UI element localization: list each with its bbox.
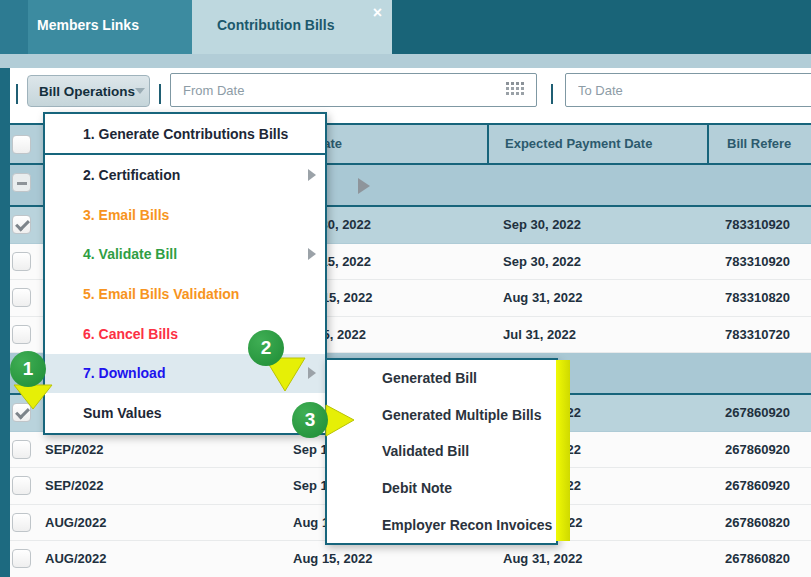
- cell-bill-date: Aug 15, 2022: [260, 541, 487, 577]
- tab-bar-corner: [0, 0, 28, 54]
- menu-item-label: 6. Cancel Bills: [83, 326, 178, 342]
- left-edge-panel: [0, 68, 10, 577]
- submenu-item-employer-recon-invoices[interactable]: Employer Recon Invoices: [327, 506, 556, 543]
- annotation-badge-1: 1: [10, 351, 46, 387]
- cell-bill-reference: 267860920: [707, 468, 811, 504]
- annotation-arrow-3-icon: [325, 404, 355, 437]
- cell-bill-month: AUG/2022: [33, 541, 260, 577]
- tab-bar: Members Links Contribution Bills ×: [0, 0, 811, 54]
- cell-expected-payment-date: Aug 31, 2022: [487, 541, 707, 577]
- cell-bill-reference: 783310920: [707, 207, 811, 243]
- annotation-badge-2: 2: [248, 330, 284, 366]
- cell-bill-reference: 783310720: [707, 317, 811, 353]
- menu-item-sum-values[interactable]: Sum Values: [45, 393, 325, 433]
- close-icon[interactable]: ×: [373, 4, 382, 22]
- group-expander-icon[interactable]: [358, 178, 370, 194]
- cell-bill-reference: 783310820: [707, 280, 811, 316]
- cell-expected-payment-date: Aug 31, 2022: [487, 280, 707, 316]
- submenu-item-generated-multiple-bills[interactable]: Generated Multiple Bills: [327, 397, 556, 434]
- download-submenu: Generated BillGenerated Multiple BillsVa…: [325, 358, 558, 545]
- annotation-badge-3: 3: [292, 402, 328, 438]
- submenu-item-debit-note[interactable]: Debit Note: [327, 470, 556, 507]
- table-row[interactable]: AUG/2022Aug 15, 2022Aug 31, 202226786082…: [0, 541, 811, 577]
- from-date-input[interactable]: [170, 73, 537, 107]
- select-all-checkbox[interactable]: [12, 135, 31, 154]
- row-checkbox[interactable]: [12, 513, 31, 532]
- header-bill-reference[interactable]: Bill Refere: [707, 125, 811, 163]
- toolbar-separator: [551, 84, 553, 104]
- menu-item-label: 3. Email Bills: [83, 207, 169, 223]
- submenu-highlight-stripe: [556, 360, 570, 541]
- menu-item-label: Sum Values: [83, 405, 162, 421]
- app-window: Members Links Contribution Bills × Bill …: [0, 0, 811, 577]
- cell-bill-reference: 267860820: [707, 541, 811, 577]
- menu-item-validate-bill[interactable]: 4. Validate Bill: [45, 234, 325, 274]
- cell-bill-reference: 783310920: [707, 244, 811, 280]
- menu-item-email-bills-validation[interactable]: 5. Email Bills Validation: [45, 274, 325, 314]
- to-date-input[interactable]: [565, 73, 811, 107]
- tab-underline-strip: [0, 54, 811, 68]
- menu-item-label: 1. Generate Contributions Bills: [83, 126, 288, 142]
- toolbar-separator: [16, 84, 18, 104]
- cell-bill-reference: 267860820: [707, 505, 811, 541]
- tab-bar-right-fill: [392, 0, 811, 54]
- submenu-arrow-icon: [308, 367, 316, 379]
- cell-bill-reference: 267860920: [707, 395, 811, 431]
- row-checkbox[interactable]: [12, 549, 31, 568]
- group-checkbox[interactable]: [12, 173, 31, 192]
- cell-expected-payment-date: Sep 30, 2022: [487, 244, 707, 280]
- row-checkbox[interactable]: [12, 476, 31, 495]
- cell-bill-reference: 267860920: [707, 432, 811, 468]
- tab-members-links[interactable]: Members Links: [37, 17, 139, 33]
- submenu-item-generated-bill[interactable]: Generated Bill: [327, 360, 556, 397]
- bill-operations-button[interactable]: Bill Operations: [27, 75, 150, 107]
- row-checkbox[interactable]: [12, 325, 31, 344]
- annotation-arrow-1-icon: [13, 384, 53, 410]
- menu-item-label: 2. Certification: [83, 167, 180, 183]
- chevron-down-icon: [135, 88, 145, 94]
- toolbar-separator: [159, 84, 161, 104]
- menu-item-label: 5. Email Bills Validation: [83, 286, 239, 302]
- cell-expected-payment-date: Jul 31, 2022: [487, 317, 707, 353]
- menu-item-generate-contributions-bills[interactable]: 1. Generate Contributions Bills: [45, 114, 325, 155]
- row-checkbox[interactable]: [12, 440, 31, 459]
- tab-contribution-bills[interactable]: Contribution Bills ×: [192, 0, 392, 54]
- cell-bill-month: AUG/2022: [33, 505, 260, 541]
- bill-operations-label: Bill Operations: [39, 84, 135, 99]
- row-checkbox[interactable]: [12, 252, 31, 271]
- tab-contribution-bills-label: Contribution Bills: [217, 17, 334, 33]
- submenu-arrow-icon: [308, 248, 316, 260]
- menu-item-certification[interactable]: 2. Certification: [45, 155, 325, 195]
- cell-bill-month: SEP/2022: [33, 432, 260, 468]
- menu-item-email-bills[interactable]: 3. Email Bills: [45, 195, 325, 235]
- menu-item-label: 7. Download: [83, 365, 165, 381]
- menu-item-label: 4. Validate Bill: [83, 246, 177, 262]
- header-expected-payment-date[interactable]: Expected Payment Date: [487, 125, 707, 163]
- row-checkbox[interactable]: [12, 288, 31, 307]
- submenu-arrow-icon: [308, 169, 316, 181]
- submenu-item-validated-bill[interactable]: Validated Bill: [327, 433, 556, 470]
- cell-bill-month: SEP/2022: [33, 468, 260, 504]
- cell-expected-payment-date: Sep 30, 2022: [487, 207, 707, 243]
- calendar-icon[interactable]: [505, 82, 525, 97]
- row-checkbox[interactable]: [12, 215, 31, 234]
